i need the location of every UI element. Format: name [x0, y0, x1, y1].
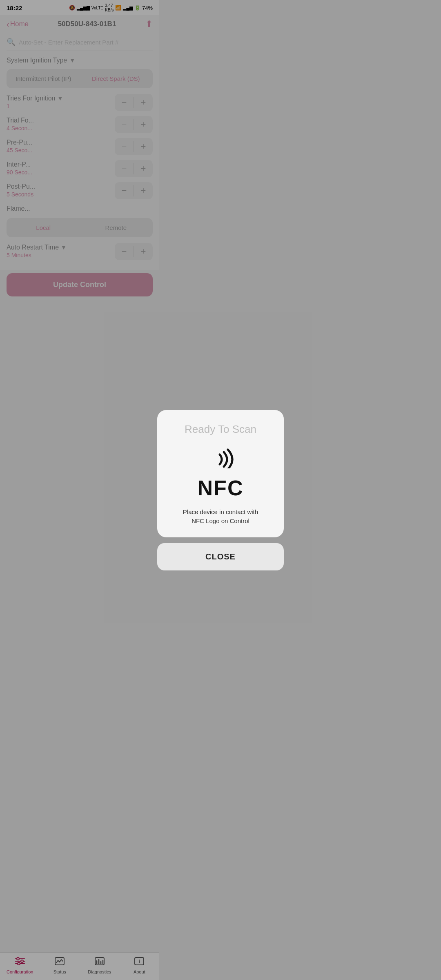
nfc-modal-overlay: Ready To Scan NFC Place device in contac…: [0, 0, 159, 354]
